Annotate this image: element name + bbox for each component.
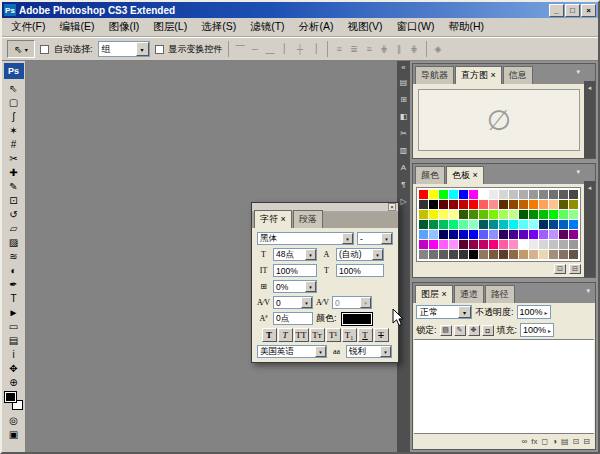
spinner-arrow-icon[interactable]: ▸ (545, 309, 548, 316)
kerning-select[interactable]: 0 ▾ (273, 296, 313, 309)
distribute-top-edges-icon[interactable]: ≡ (333, 44, 346, 54)
align-horizontal-centers-icon[interactable]: ┼ (294, 44, 307, 54)
baseline-shift-field[interactable]: 0点 (273, 312, 313, 325)
color-swatch[interactable] (429, 250, 438, 259)
color-swatch[interactable] (459, 210, 468, 219)
foreground-color-swatch[interactable] (5, 392, 16, 402)
move-tool[interactable]: ⇖ (4, 81, 24, 95)
color-swatch[interactable] (499, 200, 508, 209)
panel-tab[interactable]: 通道 (454, 285, 484, 303)
layer-comps-panel-icon[interactable]: ▥ (398, 145, 409, 156)
strikethrough-button[interactable]: T (374, 328, 389, 342)
color-swatch[interactable] (559, 240, 568, 249)
expand-dock-icon[interactable]: « (401, 63, 405, 72)
faux-bold-button[interactable]: T (262, 328, 277, 342)
color-swatch[interactable] (489, 240, 498, 249)
small-caps-button[interactable]: Tᴛ (310, 328, 325, 342)
menu-item[interactable]: 滤镜(T) (243, 18, 291, 36)
color-swatch[interactable] (539, 190, 548, 199)
notes-tool[interactable]: ▤ (4, 333, 24, 347)
color-swatch[interactable] (449, 230, 458, 239)
link-layers-icon[interactable]: ∞ (522, 437, 528, 446)
color-swatch[interactable] (449, 200, 458, 209)
menu-item[interactable]: 视图(V) (341, 18, 390, 36)
language-select[interactable]: 美国英语 ▾ (257, 345, 327, 358)
actions-panel-icon[interactable]: ▷ (398, 196, 409, 207)
type-tool[interactable]: T (4, 291, 24, 305)
color-swatch[interactable] (419, 200, 428, 209)
color-swatch[interactable] (459, 190, 468, 199)
color-swatch[interactable] (569, 190, 578, 199)
color-swatch[interactable] (419, 190, 428, 199)
color-swatch[interactable] (539, 200, 548, 209)
screen-mode-button[interactable]: ▣ (4, 427, 24, 441)
color-swatch[interactable] (559, 230, 568, 239)
ps-logo[interactable]: Ps (4, 63, 24, 79)
color-swatch[interactable] (459, 240, 468, 249)
distribute-vertical-centers-icon[interactable]: ≣ (348, 44, 361, 54)
close-icon[interactable]: × (388, 203, 396, 211)
distribute-horizontal-centers-icon[interactable]: ∥ (393, 44, 406, 54)
color-swatch[interactable] (549, 230, 558, 239)
color-swatch[interactable] (509, 200, 518, 209)
lock-all-icon[interactable]: ◘ (482, 325, 494, 336)
color-swatch[interactable] (439, 230, 448, 239)
delete-layer-icon[interactable]: ⊟ (583, 437, 590, 446)
color-swatch[interactable] (529, 240, 538, 249)
fill-field[interactable]: 100% ▸ (520, 323, 554, 337)
align-left-edges-icon[interactable]: ⎢ (279, 44, 292, 54)
path-selection-tool[interactable]: ► (4, 305, 24, 319)
align-bottom-edges-icon[interactable]: ⎽ (264, 44, 277, 55)
color-swatch[interactable] (569, 220, 578, 229)
color-swatch[interactable] (429, 220, 438, 229)
color-swatch[interactable] (479, 250, 488, 259)
color-swatch[interactable] (449, 240, 458, 249)
color-swatch[interactable] (529, 250, 538, 259)
color-swatch[interactable] (529, 200, 538, 209)
vertical-scale-field[interactable]: 100% (273, 264, 317, 277)
color-swatch[interactable] (549, 190, 558, 199)
menu-item[interactable]: 编辑(E) (52, 18, 101, 36)
color-swatch[interactable] (519, 220, 528, 229)
pen-tool[interactable]: ✒ (4, 277, 24, 291)
align-vertical-centers-icon[interactable]: ─ (249, 44, 262, 54)
color-swatch[interactable] (439, 200, 448, 209)
styles-panel-icon[interactable]: ◧ (398, 111, 409, 122)
tool-presets-panel-icon[interactable]: ✂ (398, 128, 409, 139)
color-swatch[interactable] (419, 250, 428, 259)
color-swatch[interactable] (469, 220, 478, 229)
panel-menu-icon[interactable]: ▾ (584, 287, 592, 299)
opacity-field[interactable]: 100% ▸ (517, 305, 551, 319)
shape-tool[interactable]: ▭ (4, 319, 24, 333)
color-swatch[interactable] (439, 250, 448, 259)
clone-stamp-tool[interactable]: ⊡ (4, 193, 24, 207)
color-swatch[interactable] (499, 190, 508, 199)
distribute-bottom-edges-icon[interactable]: ≡ (363, 44, 376, 54)
proportional-spacing-select[interactable]: 0% ▾ (273, 280, 317, 293)
quick-mask-button[interactable]: ◎ (4, 413, 24, 427)
color-swatch[interactable] (519, 190, 528, 199)
color-swatch[interactable] (509, 250, 518, 259)
color-swatch[interactable] (559, 210, 568, 219)
font-size-select[interactable]: 48点 ▾ (273, 248, 317, 261)
hand-tool[interactable]: ✥ (4, 361, 24, 375)
color-swatch[interactable] (419, 230, 428, 239)
color-swatch[interactable] (469, 200, 478, 209)
close-button[interactable]: × (581, 4, 596, 17)
menu-item[interactable]: 文件(F) (4, 18, 52, 36)
eraser-tool[interactable]: ▱ (4, 221, 24, 235)
slice-tool[interactable]: ✂ (4, 151, 24, 165)
font-family-select[interactable]: 黑体 ▾ (257, 232, 354, 245)
color-swatch[interactable] (499, 210, 508, 219)
color-swatch[interactable] (509, 210, 518, 219)
color-swatch[interactable] (519, 240, 528, 249)
color-swatch[interactable] (519, 250, 528, 259)
auto-select-target-select[interactable]: 组 ▾ (98, 41, 150, 57)
panel-tab[interactable]: 字符 × (254, 210, 292, 228)
panel-tab[interactable]: 色板 × (446, 166, 484, 184)
gradient-tool[interactable]: ▨ (4, 235, 24, 249)
color-swatch[interactable] (549, 210, 558, 219)
layer-group-icon[interactable]: ▤ (561, 437, 569, 446)
color-swatch[interactable] (489, 250, 498, 259)
color-swatch[interactable] (449, 190, 458, 199)
